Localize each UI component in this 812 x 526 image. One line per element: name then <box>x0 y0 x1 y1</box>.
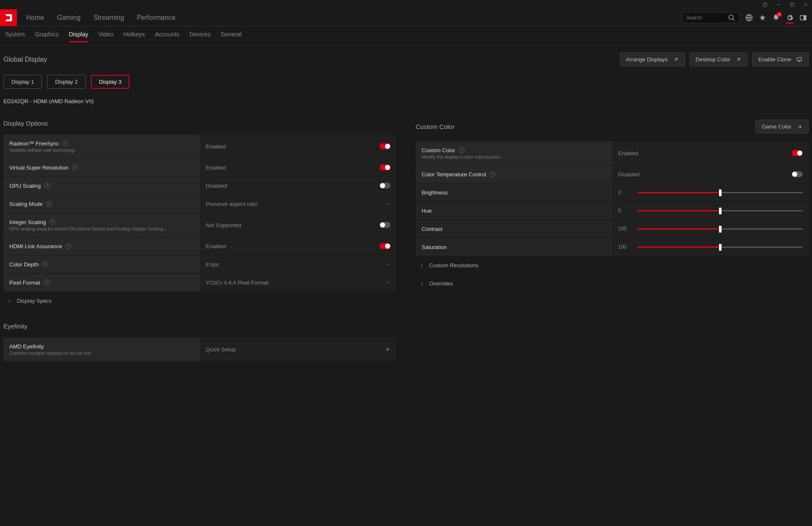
chevron-down-icon <box>385 201 391 206</box>
tab-gaming[interactable]: Gaming <box>51 9 87 26</box>
contrast-slider[interactable] <box>637 228 803 230</box>
chevron-right-icon <box>419 263 424 268</box>
custom-color-toggle[interactable] <box>792 150 803 156</box>
mainnav-tabs: Home Gaming Streaming Performance <box>20 9 181 26</box>
custom-resolutions-expand[interactable]: Custom Resolutions <box>416 256 809 274</box>
setting-custom-color: Custom Color? Modify the display's color… <box>416 141 809 165</box>
help-icon[interactable]: ? <box>459 147 465 153</box>
help-icon[interactable]: ? <box>63 140 68 146</box>
setting-gpu-scaling: GPU Scaling? Disabled <box>3 177 396 195</box>
eyefinity-title: Eyefinity <box>3 323 27 330</box>
setting-color-temp: Color Temperature Control? Disabled <box>416 165 809 183</box>
search-input[interactable] <box>686 15 728 21</box>
brightness-slider[interactable] <box>637 192 803 193</box>
saturation-slider[interactable] <box>637 247 803 248</box>
svg-point-1 <box>765 6 766 6</box>
notification-badge: 4 <box>776 12 782 17</box>
hdmi-link-toggle[interactable] <box>380 243 391 249</box>
display-info: ED242QR - HDMI (AMD Radeon VII) <box>3 98 809 104</box>
external-icon <box>673 57 679 63</box>
gpu-scaling-toggle[interactable] <box>380 183 391 189</box>
bell-icon[interactable]: 4 <box>772 14 780 22</box>
setting-hue: Hue 0 <box>416 202 809 219</box>
tab-streaming[interactable]: Streaming <box>87 9 130 26</box>
window-titlebar <box>0 0 812 9</box>
svg-rect-11 <box>797 58 802 60</box>
setting-color-depth[interactable]: Color Depth? 8 bpc <box>3 255 396 273</box>
subtab-graphics[interactable]: Graphics <box>35 26 59 42</box>
subtab-general[interactable]: General <box>221 26 242 42</box>
help-icon[interactable]: ? <box>72 164 78 170</box>
gear-icon[interactable] <box>786 16 793 24</box>
maximize-icon[interactable] <box>789 2 795 8</box>
panel-icon[interactable] <box>799 14 807 22</box>
tab-performance[interactable]: Performance <box>131 9 182 26</box>
help-icon[interactable]: ? <box>44 279 49 285</box>
chevron-down-icon <box>385 280 391 285</box>
amd-logo[interactable] <box>0 9 17 26</box>
globe-icon[interactable] <box>745 14 753 22</box>
subtab-system[interactable]: System <box>5 26 25 42</box>
subtab-devices[interactable]: Devices <box>189 26 211 42</box>
tab-home[interactable]: Home <box>20 9 50 26</box>
desktop-color-button[interactable]: Desktop Color <box>689 52 748 66</box>
star-icon[interactable] <box>759 14 766 22</box>
setting-pixel-format[interactable]: Pixel Format? YCbCr 4:4:4 Pixel Format <box>3 274 396 291</box>
svg-rect-3 <box>791 3 794 6</box>
help-icon[interactable]: ? <box>66 243 71 249</box>
color-temp-toggle[interactable] <box>792 171 803 177</box>
help-icon[interactable]: ? <box>46 201 52 207</box>
sub-nav: System Graphics Display Video Hotkeys Ac… <box>0 26 812 42</box>
close-icon[interactable] <box>803 2 809 8</box>
display-tab-3[interactable]: Display 3 <box>91 75 129 89</box>
svg-rect-10 <box>804 15 806 20</box>
setting-integer-scaling: Integer Scaling? GPU scaling must be tur… <box>3 213 396 237</box>
page-title: Global Display <box>3 56 47 63</box>
help-icon[interactable]: ? <box>49 219 55 225</box>
setting-scaling-mode[interactable]: Scaling Mode? Preserve aspect ratio <box>3 195 396 213</box>
hue-slider[interactable] <box>637 210 803 211</box>
arrange-displays-button[interactable]: Arrange Displays <box>620 52 685 66</box>
arrow-right-icon <box>796 124 802 130</box>
freesync-toggle[interactable] <box>380 143 391 149</box>
help-icon[interactable] <box>762 2 768 8</box>
integer-scaling-toggle[interactable] <box>380 222 391 228</box>
plus-icon <box>385 346 391 352</box>
help-icon[interactable]: ? <box>44 183 50 189</box>
chevron-right-icon <box>419 281 424 286</box>
external-icon <box>735 57 741 63</box>
help-icon[interactable]: ? <box>489 171 495 177</box>
setting-vsr: Virtual Super Resolution? Enabled <box>3 159 396 176</box>
vsr-toggle[interactable] <box>380 164 391 170</box>
help-icon[interactable]: ? <box>42 261 48 267</box>
main-nav: Home Gaming Streaming Performance 4 <box>0 9 812 26</box>
setting-saturation: Saturation 100 <box>416 238 809 256</box>
setting-eyefinity[interactable]: AMD Eyefinity Combine multiple displays … <box>3 337 396 361</box>
chevron-right-icon <box>7 299 12 304</box>
display-tab-2[interactable]: Display 2 <box>47 75 85 89</box>
setting-freesync: Radeon™ FreeSync? Variable-refresh-rate … <box>3 134 396 158</box>
subtab-accounts[interactable]: Accounts <box>155 26 180 42</box>
minimize-icon[interactable] <box>776 2 782 8</box>
setting-contrast: Contrast 100 <box>416 220 809 238</box>
custom-color-title: Custom Color <box>416 123 455 130</box>
search-box[interactable] <box>682 12 739 23</box>
chevron-down-icon <box>385 262 391 267</box>
svg-line-7 <box>733 19 734 20</box>
overrides-expand[interactable]: Overrides <box>416 274 809 293</box>
search-icon[interactable] <box>728 14 735 22</box>
subtab-hotkeys[interactable]: Hotkeys <box>123 26 145 42</box>
display-options-title: Display Options <box>3 120 48 127</box>
subtab-video[interactable]: Video <box>98 26 114 42</box>
enable-clone-button[interactable]: Enable Clone <box>752 52 809 66</box>
monitor-icon <box>796 57 802 63</box>
display-tab-1[interactable]: Display 1 <box>3 75 42 89</box>
setting-brightness: Brightness 0 <box>416 184 809 201</box>
subtab-display[interactable]: Display <box>69 26 88 42</box>
display-specs-expand[interactable]: Display Specs <box>3 292 396 310</box>
game-color-button[interactable]: Game Color <box>755 120 809 134</box>
setting-hdmi-link: HDMI Link Assurance? Enabled <box>3 237 396 255</box>
svg-point-6 <box>729 15 733 19</box>
